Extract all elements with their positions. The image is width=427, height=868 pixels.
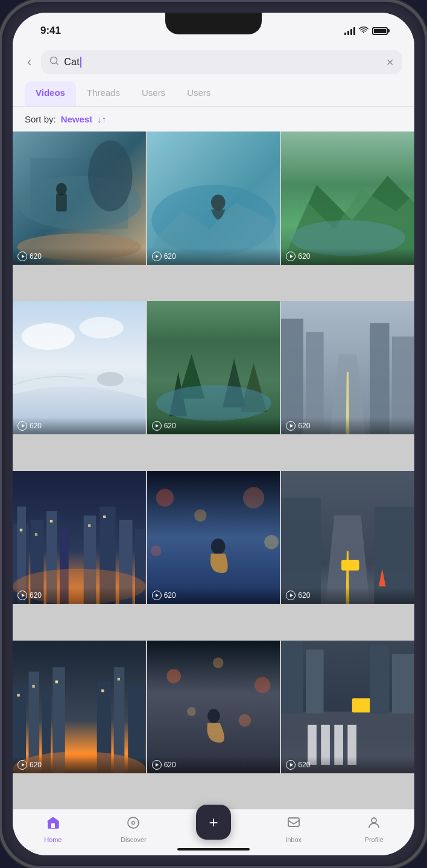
search-bar[interactable]: Cat ✕ [41,50,402,74]
nav-item-inbox[interactable]: Inbox [276,816,312,843]
play-icon-1 [17,252,27,261]
play-icon-5 [152,421,162,431]
svg-rect-61 [341,560,359,571]
status-time: 9:41 [40,25,61,37]
svg-rect-91 [281,641,303,714]
svg-rect-7 [56,194,67,211]
nav-item-discover[interactable]: Discover [115,816,151,843]
clear-search-button[interactable]: ✕ [386,57,394,68]
svg-rect-92 [306,649,324,713]
svg-point-25 [156,385,271,421]
profile-label: Profile [365,836,384,843]
video-grid: 620 620 [13,131,414,809]
svg-rect-75 [101,689,104,692]
svg-point-83 [207,709,220,723]
discover-label: Discover [121,836,147,843]
play-icon-11 [152,760,162,770]
svg-point-55 [211,538,226,554]
svg-point-11 [211,194,226,210]
home-icon [46,816,60,834]
video-overlay-11: 620 [147,756,280,773]
video-cell-4[interactable]: 620 [13,301,146,434]
svg-rect-74 [55,680,58,683]
profile-icon [367,816,381,834]
home-indicator [177,848,250,851]
status-icons [344,26,388,36]
view-count-8: 620 [164,591,176,600]
view-count-9: 620 [298,591,310,600]
view-count-3: 620 [298,252,310,261]
video-cell-9[interactable]: 620 [281,471,414,604]
video-overlay-10: 620 [13,756,146,773]
video-cell-11[interactable]: 620 [147,641,280,774]
discover-icon [126,816,141,834]
svg-rect-93 [370,645,389,713]
video-cell-3[interactable]: 620 [281,131,414,265]
search-icon [49,56,59,68]
svg-point-51 [194,509,207,522]
create-button[interactable]: + [196,805,231,840]
tab-threads[interactable]: Threads [76,81,131,106]
video-cell-1[interactable]: 620 [13,131,146,265]
svg-point-53 [264,534,279,549]
svg-point-4 [88,141,133,212]
svg-rect-43 [20,528,22,531]
inbox-icon [286,816,301,834]
signal-bars-icon [344,27,355,35]
tab-users-1[interactable]: Users [131,81,176,106]
video-cell-5[interactable]: 620 [147,301,280,434]
play-icon-3 [286,252,296,261]
sort-value[interactable]: Newest [61,114,93,124]
home-label: Home [44,836,62,843]
video-overlay-5: 620 [147,417,280,434]
notch [165,13,262,34]
phone-frame: 9:41 [0,0,427,868]
view-count-11: 620 [164,761,176,769]
video-overlay-2: 620 [147,248,280,265]
svg-rect-16 [13,301,146,434]
play-icon-10 [17,760,27,770]
svg-point-98 [372,818,376,823]
nav-item-profile[interactable]: Profile [356,816,392,843]
video-cell-10[interactable]: 620 [13,641,146,774]
svg-point-17 [22,323,75,350]
svg-rect-46 [88,524,90,527]
svg-rect-45 [50,519,52,522]
video-cell-6[interactable]: 620 [281,301,414,434]
svg-rect-94 [392,654,414,714]
view-count-1: 620 [30,252,42,261]
play-icon-7 [17,591,27,600]
video-overlay-4: 620 [13,417,146,434]
video-cell-12[interactable]: 620 [281,641,414,774]
svg-point-6 [56,183,67,195]
svg-point-81 [187,707,196,716]
play-icon-8 [152,591,162,600]
view-count-7: 620 [30,591,42,600]
back-button[interactable]: ‹ [25,52,34,72]
view-count-5: 620 [164,422,176,430]
video-overlay-7: 620 [13,587,146,604]
video-cell-8[interactable]: 620 [147,471,280,604]
view-count-2: 620 [164,252,176,261]
svg-point-19 [97,372,124,387]
view-count-10: 620 [30,761,42,769]
nav-item-home[interactable]: Home [35,816,71,843]
tab-users-2[interactable]: Users [176,81,221,106]
video-overlay-3: 620 [281,248,414,265]
svg-point-97 [132,822,135,825]
video-overlay-9: 620 [281,587,414,604]
svg-rect-47 [103,515,106,518]
tab-videos[interactable]: Videos [25,81,76,106]
svg-point-52 [243,487,264,508]
bottom-nav: Home Discover + [13,809,414,855]
video-cell-7[interactable]: 620 [13,471,146,604]
svg-rect-76 [118,678,120,680]
video-cell-2[interactable]: 620 [147,131,280,265]
inbox-label: Inbox [285,836,302,843]
search-input[interactable]: Cat [64,57,381,68]
sort-direction-icon[interactable]: ↓↑ [97,114,106,124]
create-icon: + [209,814,218,830]
video-overlay-12: 620 [281,756,414,773]
video-overlay-8: 620 [147,587,280,604]
svg-point-80 [255,677,270,692]
